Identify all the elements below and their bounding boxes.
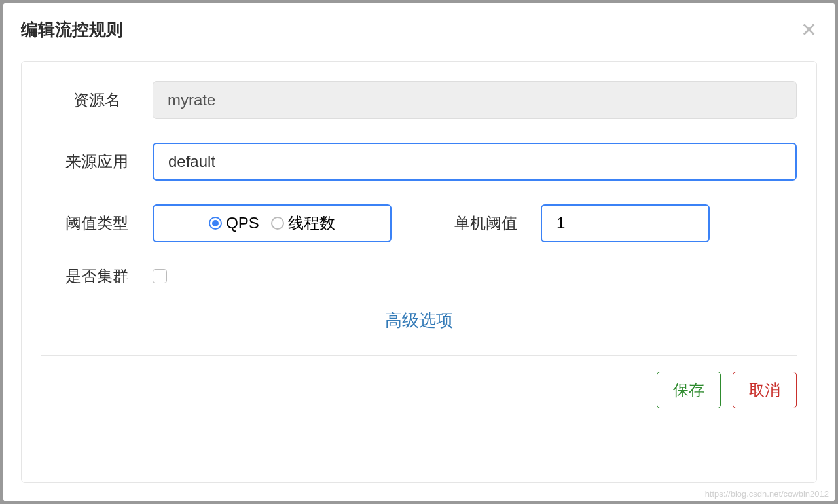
source-input[interactable]	[153, 143, 797, 181]
cluster-label: 是否集群	[41, 266, 153, 287]
radio-thread[interactable]: 线程数	[271, 213, 335, 234]
cluster-checkbox[interactable]	[153, 269, 167, 283]
modal-title: 编辑流控规则	[21, 18, 123, 41]
close-icon: ✕	[801, 19, 817, 41]
resource-input: myrate	[153, 81, 797, 119]
threshold-type-radio-group: QPS 线程数	[153, 204, 392, 242]
divider	[41, 355, 797, 356]
close-button[interactable]: ✕	[801, 20, 817, 40]
cancel-button[interactable]: 取消	[733, 372, 797, 408]
threshold-type-row: 阈值类型 QPS 线程数 单机阈值	[41, 204, 797, 242]
threshold-label: 单机阈值	[454, 213, 517, 234]
modal-footer: 保存 取消	[41, 372, 797, 408]
watermark: https://blog.csdn.net/cowbin2012	[705, 489, 829, 499]
radio-icon	[271, 217, 284, 230]
advanced-options-link[interactable]: 高级选项	[41, 309, 797, 332]
modal-header: 编辑流控规则 ✕	[3, 3, 835, 48]
edit-flow-rule-modal: 编辑流控规则 ✕ 资源名 myrate 来源应用 阈值类型 QPS	[3, 3, 835, 501]
save-button[interactable]: 保存	[657, 372, 721, 408]
source-row: 来源应用	[41, 143, 797, 181]
cluster-row: 是否集群	[41, 266, 797, 287]
resource-row: 资源名 myrate	[41, 81, 797, 119]
threshold-type-label: 阈值类型	[41, 213, 153, 234]
radio-icon	[209, 217, 222, 230]
radio-qps[interactable]: QPS	[209, 214, 259, 232]
modal-body: 资源名 myrate 来源应用 阈值类型 QPS 线程数 单机阈值	[21, 61, 817, 483]
threshold-input[interactable]	[541, 204, 710, 242]
resource-label: 资源名	[41, 90, 153, 111]
source-label: 来源应用	[41, 151, 153, 172]
